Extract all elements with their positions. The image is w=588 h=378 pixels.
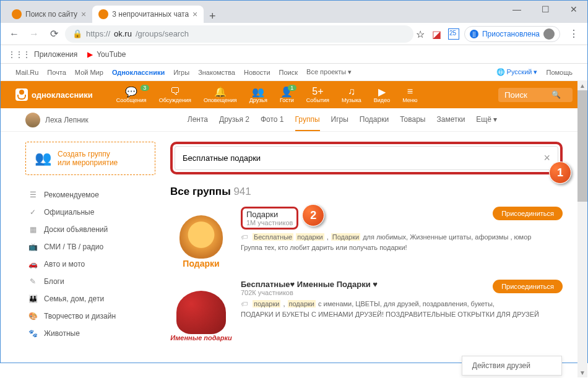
close-tab-icon[interactable]: × <box>81 9 86 19</box>
tab-more[interactable]: Ещё ▾ <box>476 109 497 131</box>
group-result-row: Подарки Подарки 1М участников 2 🏷 Беспла… <box>170 207 563 268</box>
portal-link[interactable]: Все проекты ▾ <box>306 68 352 76</box>
events-icon: 5+ <box>311 86 324 97</box>
sidebar-item[interactable]: 🎨Творчество и дизайн <box>25 307 155 325</box>
friends-actions-popup[interactable]: Действия друзей <box>462 356 562 376</box>
star-icon[interactable]: ☆ <box>416 28 427 40</box>
create-group-icon: 👥 <box>35 150 51 166</box>
group-thumbnail[interactable]: Именные подарки <box>170 280 232 341</box>
sidebar-item[interactable]: ▦Доски объявлений <box>25 221 155 238</box>
callout-badge-1: 1 <box>549 161 571 184</box>
tab-feed[interactable]: Лента <box>188 109 208 131</box>
scroll-down-icon[interactable]: ▼ <box>577 367 587 377</box>
profile-paused-chip[interactable]: || Приостановлена <box>464 26 560 42</box>
group-thumbnail[interactable]: Подарки <box>170 207 232 268</box>
sidebar: 👥 Создать группуили мероприятие ☰Рекомен… <box>25 142 155 353</box>
tab-title: 3 непрочитанных чата <box>112 10 189 19</box>
nav-video[interactable]: ▶Видео <box>368 86 396 103</box>
portal-link[interactable]: Поиск <box>279 69 298 76</box>
nav-notifications[interactable]: 🔔Оповещения <box>197 86 243 103</box>
portal-link[interactable]: Мой Мир <box>75 69 103 76</box>
menu-icon[interactable]: ⋮ <box>565 25 582 43</box>
extension-icon[interactable]: ◪ <box>432 28 443 40</box>
sidebar-item[interactable]: 🚗Авто и мото <box>25 256 155 273</box>
group-name-link[interactable]: Подарки <box>246 210 293 219</box>
paw-icon: 🐾 <box>28 329 38 338</box>
sidebar-item[interactable]: 👪Семья, дом, дети <box>25 290 155 307</box>
tv-icon: 📺 <box>28 243 38 251</box>
youtube-icon: ▶ <box>87 50 93 59</box>
tab-games[interactable]: Игры <box>331 109 348 131</box>
maximize-button[interactable]: ☐ <box>531 0 560 19</box>
create-group-button[interactable]: 👥 Создать группуили мероприятие <box>25 142 155 175</box>
tab-friends[interactable]: Друзья 2 <box>219 109 249 131</box>
scroll-thumb[interactable] <box>577 90 587 202</box>
sidebar-item[interactable]: ✎Блоги <box>25 273 155 290</box>
sidebar-item[interactable]: ✓Официальные <box>25 204 155 221</box>
url-scheme: https:// <box>86 29 110 38</box>
sidebar-item[interactable]: 🐾Животные <box>25 325 155 342</box>
clear-search-icon[interactable]: × <box>543 152 550 165</box>
extension-calendar-icon[interactable]: 25 <box>448 28 459 40</box>
tab-goods[interactable]: Товары <box>400 109 425 131</box>
tab-groups[interactable]: Группы <box>295 109 320 131</box>
nav-messages[interactable]: 💬3Сообщения <box>110 86 153 103</box>
scroll-up-icon[interactable]: ▲ <box>577 80 587 90</box>
board-icon: ▦ <box>28 225 38 234</box>
url-input[interactable]: 🔒 https://ok.ru/groups/search <box>65 25 413 43</box>
browser-tab-active[interactable]: 3 непрочитанных чата × <box>92 6 204 23</box>
address-bar: ← → ⟳ 🔒 https://ok.ru/groups/search ☆ ◪ … <box>1 23 587 45</box>
site-search[interactable]: 🔍 <box>498 88 573 102</box>
join-button[interactable]: Присоединиться <box>493 280 563 293</box>
nav-music[interactable]: ♫Музыка <box>335 86 368 103</box>
minimize-button[interactable]: ― <box>503 0 531 19</box>
sidebar-item[interactable]: 📺СМИ / ТВ / радио <box>25 238 155 256</box>
portal-link[interactable]: Знакомства <box>198 69 235 76</box>
nav-friends[interactable]: 👥Друзья <box>243 86 274 103</box>
group-search-input[interactable] <box>183 153 543 163</box>
site-logo[interactable]: одноклассники <box>15 88 93 101</box>
family-icon: 👪 <box>28 294 38 303</box>
group-members: 702К участников <box>241 289 293 296</box>
back-button[interactable]: ← <box>6 25 23 43</box>
video-icon: ▶ <box>376 86 388 97</box>
hamburger-icon: ≡ <box>404 86 416 97</box>
page-scrollbar[interactable]: ▲ ▼ <box>577 80 587 377</box>
nav-guests[interactable]: 👤1Гости <box>274 86 300 103</box>
join-button[interactable]: Присоединиться <box>493 207 563 220</box>
tab-favicon-icon <box>98 9 108 19</box>
flowers-image <box>176 291 226 334</box>
bookmark-youtube[interactable]: ▶ YouTube <box>87 50 126 59</box>
tab-gifts[interactable]: Подарки <box>360 109 389 131</box>
bell-icon: 🔔 <box>214 86 227 97</box>
search-icon[interactable]: 🔍 <box>551 90 561 99</box>
music-icon: ♫ <box>345 86 358 97</box>
user-profile-link[interactable]: Леха Лепник <box>25 113 89 127</box>
language-selector[interactable]: 🌐 Русский ▾ <box>496 68 538 76</box>
sidebar-item[interactable]: ☰Рекомендуемое <box>25 186 155 204</box>
help-link[interactable]: Помощь <box>547 69 573 76</box>
nav-menu[interactable]: ≡Меню <box>396 86 423 103</box>
nav-discussions[interactable]: 🗨Обсуждения <box>153 86 197 103</box>
forward-button[interactable]: → <box>25 25 43 43</box>
nav-events[interactable]: 5+События <box>300 86 335 103</box>
url-path: /groups/search <box>136 29 189 38</box>
portal-link[interactable]: Игры <box>173 69 189 76</box>
portal-link-active[interactable]: Одноклассники <box>112 69 165 76</box>
close-tab-icon[interactable]: × <box>192 9 197 19</box>
apps-button[interactable]: ⋮⋮⋮ Приложения <box>8 50 77 59</box>
tab-notes[interactable]: Заметки <box>436 109 465 131</box>
reload-button[interactable]: ⟳ <box>45 25 63 43</box>
close-window-button[interactable]: ✕ <box>560 0 588 19</box>
ok-logo-icon <box>15 88 28 101</box>
site-search-input[interactable] <box>504 90 548 100</box>
portal-link[interactable]: Mail.Ru <box>15 69 38 76</box>
check-icon: ✓ <box>28 208 38 217</box>
portal-link[interactable]: Почта <box>47 69 66 76</box>
messages-icon: 💬 <box>125 86 137 97</box>
portal-link[interactable]: Новости <box>244 69 270 76</box>
browser-tab[interactable]: Поиск по сайту × <box>6 6 92 23</box>
tab-photos[interactable]: Фото 1 <box>261 109 284 131</box>
bookmarks-bar: ⋮⋮⋮ Приложения ▶ YouTube <box>1 45 587 64</box>
new-tab-button[interactable]: + <box>204 10 221 23</box>
